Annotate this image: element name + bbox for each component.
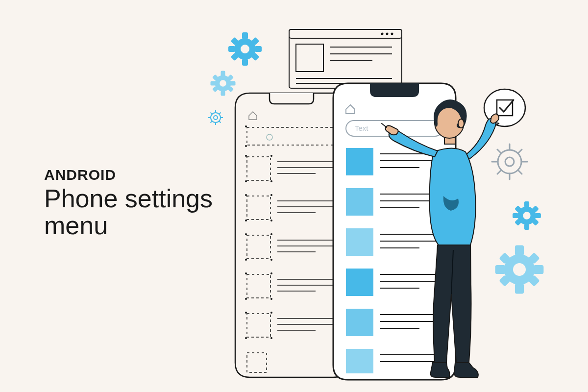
svg-rect-126 xyxy=(513,213,518,218)
svg-point-32 xyxy=(391,33,393,35)
svg-point-50 xyxy=(245,180,247,182)
svg-rect-13 xyxy=(211,81,216,86)
svg-point-114 xyxy=(505,157,514,166)
svg-rect-127 xyxy=(535,213,541,218)
svg-rect-134 xyxy=(515,245,524,256)
search-placeholder: Text xyxy=(355,124,368,132)
svg-rect-14 xyxy=(230,81,236,86)
svg-point-65 xyxy=(270,233,272,235)
eyebrow-text: ANDROID xyxy=(44,167,213,183)
svg-rect-93 xyxy=(346,188,373,216)
gear-icon xyxy=(492,144,527,179)
svg-rect-105 xyxy=(346,309,373,336)
svg-rect-137 xyxy=(534,265,544,274)
svg-point-75 xyxy=(270,298,272,300)
headline-text: Phone settings menu xyxy=(44,185,213,239)
svg-point-58 xyxy=(245,220,247,221)
svg-point-34 xyxy=(381,33,384,35)
illustration: Text xyxy=(206,20,578,382)
gear-icon xyxy=(211,71,236,96)
svg-rect-3 xyxy=(228,46,235,52)
svg-line-27 xyxy=(219,121,221,123)
svg-point-67 xyxy=(270,259,272,261)
svg-line-120 xyxy=(518,170,522,174)
headline-line-2: menu xyxy=(44,211,108,240)
svg-point-9 xyxy=(241,45,249,53)
svg-point-83 xyxy=(270,337,272,339)
headline-line-1: Phone settings xyxy=(44,184,213,213)
svg-rect-4 xyxy=(255,46,262,52)
svg-line-121 xyxy=(497,170,501,174)
svg-point-21 xyxy=(214,116,218,120)
svg-rect-11 xyxy=(221,71,225,76)
svg-point-59 xyxy=(270,220,272,221)
svg-point-66 xyxy=(245,259,247,261)
svg-point-142 xyxy=(513,263,526,276)
svg-point-72 xyxy=(245,272,247,274)
svg-rect-89 xyxy=(346,148,373,175)
svg-line-122 xyxy=(518,149,522,153)
svg-rect-125 xyxy=(524,224,529,230)
svg-rect-2 xyxy=(242,59,248,66)
svg-rect-124 xyxy=(524,201,529,207)
svg-line-119 xyxy=(497,149,501,153)
svg-point-145 xyxy=(458,119,464,128)
title-block: ANDROID Phone settings menu xyxy=(44,167,213,239)
svg-point-48 xyxy=(245,155,247,157)
svg-point-19 xyxy=(220,80,226,87)
svg-point-42 xyxy=(245,125,247,127)
svg-rect-109 xyxy=(346,349,373,373)
svg-point-44 xyxy=(245,145,247,147)
svg-point-73 xyxy=(270,272,272,274)
svg-point-81 xyxy=(270,312,272,314)
svg-rect-97 xyxy=(346,228,373,256)
svg-point-80 xyxy=(245,312,247,314)
svg-rect-136 xyxy=(495,265,506,274)
svg-line-29 xyxy=(219,113,221,115)
gear-icon xyxy=(495,245,544,294)
svg-point-82 xyxy=(245,337,247,339)
svg-line-26 xyxy=(211,113,213,115)
gear-icon xyxy=(228,32,262,66)
svg-rect-1 xyxy=(242,32,248,39)
phone-wireframe-back xyxy=(235,93,348,377)
svg-point-51 xyxy=(270,180,272,182)
svg-point-56 xyxy=(245,194,247,196)
svg-rect-135 xyxy=(515,284,524,294)
svg-line-28 xyxy=(211,121,213,123)
browser-window-card xyxy=(289,29,402,88)
svg-rect-12 xyxy=(221,91,225,96)
svg-point-64 xyxy=(245,233,247,235)
gear-icon xyxy=(513,201,541,230)
svg-rect-101 xyxy=(346,269,373,296)
gear-icon xyxy=(208,110,223,125)
svg-point-49 xyxy=(270,155,272,157)
svg-point-57 xyxy=(270,194,272,196)
svg-point-33 xyxy=(386,33,389,35)
svg-point-74 xyxy=(245,298,247,300)
svg-point-132 xyxy=(523,212,530,219)
